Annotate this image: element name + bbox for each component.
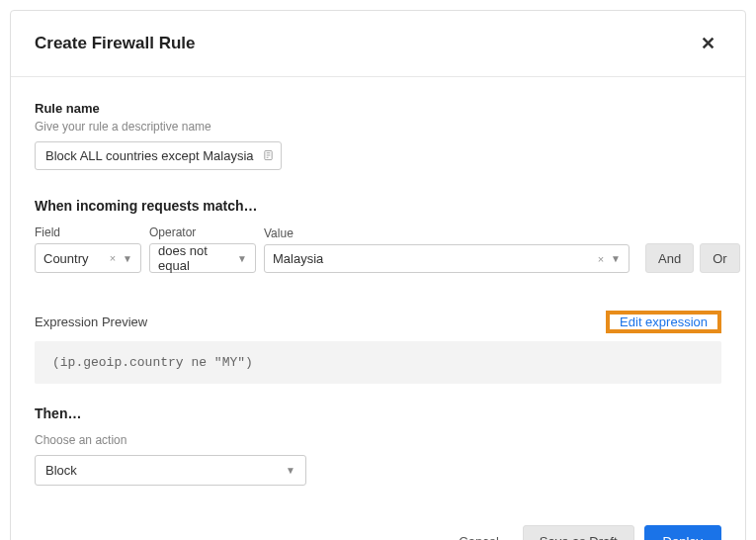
expression-preview-label: Expression Preview — [35, 315, 147, 329]
then-desc: Choose an action — [35, 433, 721, 447]
rule-name-input-wrapper — [35, 141, 282, 170]
field-select[interactable]: Country × ▼ — [35, 243, 141, 273]
edit-expression-highlight: Edit expression — [606, 311, 721, 333]
deploy-button[interactable]: Deploy — [644, 525, 721, 540]
value-column: Value Malaysia × ▼ — [264, 226, 630, 273]
value-label: Value — [264, 226, 630, 240]
match-row: Field Country × ▼ Operator does not equa… — [35, 225, 721, 273]
chevron-down-icon: ▼ — [286, 465, 295, 476]
match-heading: When incoming requests match… — [35, 198, 721, 214]
save-draft-button[interactable]: Save as Draft — [523, 525, 634, 540]
expression-code: (ip.geoip.country ne "MY") — [35, 341, 721, 384]
expression-section: Expression Preview Edit expression (ip.g… — [35, 311, 721, 384]
chevron-down-icon: ▼ — [123, 253, 132, 264]
input-note-icon — [263, 149, 274, 162]
modal-body: Rule name Give your rule a descriptive n… — [11, 77, 745, 509]
operator-label: Operator — [149, 225, 256, 239]
chevron-down-icon: ▼ — [611, 253, 621, 264]
then-heading: Then… — [35, 405, 721, 421]
and-button[interactable]: And — [645, 243, 694, 273]
edit-expression-link[interactable]: Edit expression — [610, 309, 717, 335]
rule-name-input[interactable] — [35, 141, 282, 170]
modal-header: Create Firewall Rule ✕ — [11, 11, 745, 77]
action-select[interactable]: Block ▼ — [35, 455, 306, 486]
close-button[interactable]: ✕ — [695, 29, 721, 58]
field-column: Field Country × ▼ — [35, 225, 141, 273]
cancel-button[interactable]: Cancel — [445, 525, 512, 540]
operator-select[interactable]: does not equal ▼ — [149, 243, 256, 273]
modal-title: Create Firewall Rule — [35, 34, 196, 53]
rule-name-desc: Give your rule a descriptive name — [35, 120, 721, 134]
value-text: Malaysia — [273, 251, 323, 266]
value-select[interactable]: Malaysia × ▼ — [264, 244, 630, 273]
or-button[interactable]: Or — [700, 243, 739, 273]
chevron-down-icon: ▼ — [237, 253, 247, 264]
modal-footer: Cancel Save as Draft Deploy — [11, 509, 745, 540]
rule-name-label: Rule name — [35, 101, 721, 116]
expression-header: Expression Preview Edit expression — [35, 311, 721, 333]
field-label: Field — [35, 225, 141, 239]
operator-column: Operator does not equal ▼ — [149, 225, 256, 273]
field-value: Country — [43, 251, 89, 266]
logic-buttons: And Or — [645, 243, 740, 273]
then-section: Then… Choose an action Block ▼ — [35, 405, 721, 486]
close-icon: ✕ — [701, 34, 715, 53]
clear-field-icon[interactable]: × — [110, 252, 116, 264]
create-firewall-rule-modal: Create Firewall Rule ✕ Rule name Give yo… — [10, 10, 746, 540]
operator-value: does not equal — [158, 243, 231, 273]
action-value: Block — [45, 463, 77, 478]
clear-value-icon[interactable]: × — [598, 253, 604, 265]
